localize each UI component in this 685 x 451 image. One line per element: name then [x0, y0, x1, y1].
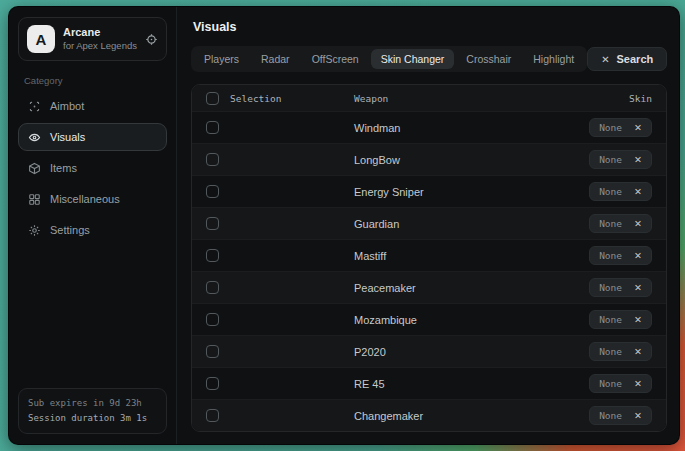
- skin-value: None: [599, 218, 622, 229]
- clear-skin-icon[interactable]: ✕: [634, 283, 642, 293]
- skin-select[interactable]: None✕: [589, 118, 652, 137]
- skin-select[interactable]: None✕: [589, 278, 652, 297]
- row-checkbox[interactable]: [206, 345, 219, 358]
- row-checkbox[interactable]: [206, 249, 219, 262]
- table-row: MozambiqueNone✕: [192, 303, 666, 335]
- selection-column-header: Selection: [230, 93, 281, 104]
- crosshair-icon: [27, 99, 41, 113]
- clear-skin-icon[interactable]: ✕: [634, 411, 642, 421]
- row-checkbox[interactable]: [206, 313, 219, 326]
- session-duration-text: Session duration 3m 1s: [28, 411, 157, 426]
- skin-value: None: [599, 378, 622, 389]
- row-checkbox[interactable]: [206, 185, 219, 198]
- weapon-name: Energy Sniper: [354, 186, 589, 198]
- clear-skin-icon[interactable]: ✕: [634, 187, 642, 197]
- search-button-label: Search: [617, 53, 654, 65]
- sidebar-item-miscellaneous[interactable]: Miscellaneous: [18, 185, 167, 213]
- tab-highlight[interactable]: Highlight: [523, 49, 584, 69]
- target-icon[interactable]: [145, 33, 158, 46]
- tab-offscreen[interactable]: OffScreen: [302, 49, 369, 69]
- weapon-name: P2020: [354, 346, 589, 358]
- table-row: LongBowNone✕: [192, 143, 666, 175]
- clear-skin-icon[interactable]: ✕: [634, 315, 642, 325]
- sidebar-item-label: Visuals: [50, 131, 85, 143]
- desktop-background: A Arcane for Apex Legends Category Aimbo…: [0, 0, 685, 451]
- toolbar: PlayersRadarOffScreenSkin ChangerCrossha…: [191, 46, 667, 72]
- sidebar-spacer: [18, 244, 167, 388]
- table-row: Energy SniperNone✕: [192, 175, 666, 207]
- sidebar-item-settings[interactable]: Settings: [18, 216, 167, 244]
- weapon-name: Guardian: [354, 218, 589, 230]
- eye-icon: [27, 130, 41, 144]
- sidebar-item-label: Items: [50, 162, 77, 174]
- grid-icon: [27, 192, 41, 206]
- table-row: GuardianNone✕: [192, 207, 666, 239]
- sidebar-item-label: Aimbot: [50, 100, 84, 112]
- tab-radar[interactable]: Radar: [251, 49, 300, 69]
- skin-select[interactable]: None✕: [589, 182, 652, 201]
- clear-skin-icon[interactable]: ✕: [634, 379, 642, 389]
- sidebar-item-visuals[interactable]: Visuals: [18, 123, 167, 151]
- row-checkbox[interactable]: [206, 121, 219, 134]
- sidebar-item-items[interactable]: Items: [18, 154, 167, 182]
- select-all-checkbox[interactable]: [206, 92, 219, 105]
- skin-select[interactable]: None✕: [589, 406, 652, 425]
- clear-skin-icon[interactable]: ✕: [634, 347, 642, 357]
- skin-value: None: [599, 186, 622, 197]
- weapon-name: Changemaker: [354, 410, 589, 422]
- table-row: ChangemakerNone✕: [192, 399, 666, 431]
- weapon-name: Peacemaker: [354, 282, 589, 294]
- sidebar: A Arcane for Apex Legends Category Aimbo…: [9, 7, 177, 444]
- clear-skin-icon[interactable]: ✕: [634, 123, 642, 133]
- table-row: P2020None✕: [192, 335, 666, 367]
- tab-crosshair[interactable]: Crosshair: [456, 49, 521, 69]
- clear-skin-icon[interactable]: ✕: [634, 219, 642, 229]
- row-checkbox[interactable]: [206, 217, 219, 230]
- row-checkbox[interactable]: [206, 377, 219, 390]
- skin-value: None: [599, 410, 622, 421]
- weapon-name: Windman: [354, 122, 589, 134]
- tab-players[interactable]: Players: [194, 49, 249, 69]
- table-row: RE 45None✕: [192, 367, 666, 399]
- skin-column-header: Skin: [629, 93, 666, 104]
- sidebar-item-label: Settings: [50, 224, 90, 236]
- session-info-card: Sub expires in 9d 23h Session duration 3…: [18, 388, 167, 434]
- row-checkbox[interactable]: [206, 153, 219, 166]
- skin-select[interactable]: None✕: [589, 214, 652, 233]
- table-body: WindmanNone✕LongBowNone✕Energy SniperNon…: [192, 111, 666, 431]
- skin-value: None: [599, 314, 622, 325]
- table-row: WindmanNone✕: [192, 111, 666, 143]
- skin-select[interactable]: None✕: [589, 246, 652, 265]
- tab-skin-changer[interactable]: Skin Changer: [371, 49, 455, 69]
- tab-bar: PlayersRadarOffScreenSkin ChangerCrossha…: [191, 46, 587, 72]
- skin-select[interactable]: None✕: [589, 150, 652, 169]
- weapon-name: RE 45: [354, 378, 589, 390]
- skin-select[interactable]: None✕: [589, 342, 652, 361]
- main-panel: Visuals PlayersRadarOffScreenSkin Change…: [177, 7, 679, 444]
- sidebar-item-aimbot[interactable]: Aimbot: [18, 92, 167, 120]
- row-checkbox[interactable]: [206, 281, 219, 294]
- clear-skin-icon[interactable]: ✕: [634, 155, 642, 165]
- skin-select[interactable]: None✕: [589, 374, 652, 393]
- search-button[interactable]: ✕ Search: [587, 47, 667, 71]
- skin-value: None: [599, 282, 622, 293]
- row-checkbox[interactable]: [206, 409, 219, 422]
- skin-value: None: [599, 154, 622, 165]
- weapon-name: Mastiff: [354, 250, 589, 262]
- table-row: PeacemakerNone✕: [192, 271, 666, 303]
- weapon-name: Mozambique: [354, 314, 589, 326]
- box-icon: [27, 161, 41, 175]
- app-logo: A: [27, 25, 55, 53]
- weapon-name: LongBow: [354, 154, 589, 166]
- app-name: Arcane: [63, 26, 137, 40]
- page-title: Visuals: [193, 20, 667, 34]
- table-row: MastiffNone✕: [192, 239, 666, 271]
- brand-text: Arcane for Apex Legends: [63, 26, 137, 52]
- app-window: A Arcane for Apex Legends Category Aimbo…: [8, 6, 680, 445]
- skin-changer-table: Selection Weapon Skin WindmanNone✕LongBo…: [191, 84, 667, 432]
- skin-select[interactable]: None✕: [589, 310, 652, 329]
- category-label: Category: [24, 75, 167, 86]
- brand-card: A Arcane for Apex Legends: [18, 17, 167, 61]
- app-subtitle: for Apex Legends: [63, 40, 137, 52]
- clear-skin-icon[interactable]: ✕: [634, 251, 642, 261]
